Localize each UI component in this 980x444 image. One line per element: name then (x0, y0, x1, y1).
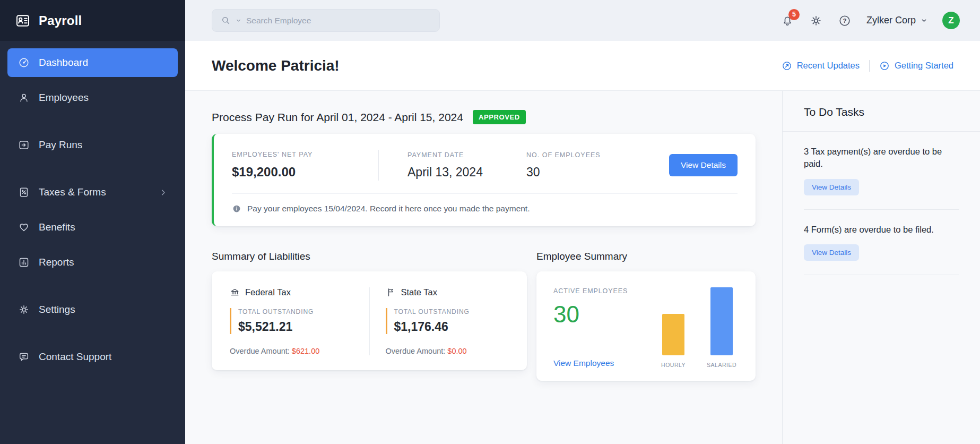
stat-value: 30 (526, 165, 601, 180)
stat-value: $19,200.00 (232, 165, 378, 180)
tax-name: Federal Tax (245, 287, 291, 297)
employee-summary-title: Employee Summary (536, 251, 756, 262)
app-title: Payroll (39, 13, 82, 28)
stat-value: April 13, 2024 (407, 165, 526, 180)
notifications-button[interactable]: 5 (780, 14, 794, 28)
liabilities-card: Federal Tax TOTAL OUTSTANDING $5,521.21 … (212, 271, 527, 370)
state-tax-header: State Tax (386, 287, 509, 297)
sidebar-item-label: Pay Runs (39, 139, 82, 151)
sidebar-item-settings[interactable]: Settings (7, 295, 178, 324)
sidebar-item-employees[interactable]: Employees (7, 83, 178, 112)
employee-summary-block: Employee Summary ACTIVE EMPLOYEES 30 Vie… (536, 251, 756, 381)
employee-search[interactable] (212, 9, 440, 32)
liabilities-block: Summary of Liabilities Federal Tax (212, 251, 527, 381)
overdue-amount: $0.00 (447, 347, 466, 355)
sidebar-item-label: Reports (39, 257, 74, 268)
stat-employee-count: NO. OF EMPLOYEES 30 (526, 151, 601, 180)
forms-view-details-button[interactable]: View Details (804, 244, 859, 261)
active-employees-label: ACTIVE EMPLOYEES (553, 287, 661, 295)
getting-started-link[interactable]: Getting Started (879, 61, 953, 71)
getting-started-label: Getting Started (895, 61, 953, 71)
active-employees-count: 30 (553, 301, 661, 328)
topbar-actions: 5 ? Zylker Corp (780, 12, 960, 29)
info-icon (232, 204, 241, 214)
header-links: Recent Updates Getting Started (782, 60, 953, 72)
search-input[interactable] (246, 16, 431, 25)
sidebar-item-label: Employees (39, 92, 89, 104)
federal-tax-header: Federal Tax (230, 287, 353, 297)
payroll-logo-icon (15, 13, 31, 29)
sidebar: Payroll Dashboard Employees (0, 0, 185, 444)
help-button[interactable]: ? (838, 14, 852, 28)
outstanding-label: TOTAL OUTSTANDING (238, 308, 353, 315)
payrun-note-text: Pay your employees 15/04/2024. Record it… (247, 204, 530, 214)
sidebar-item-benefits[interactable]: Benefits (7, 213, 178, 242)
federal-outstanding: TOTAL OUTSTANDING $5,521.21 (230, 308, 353, 334)
org-switcher[interactable]: Zylker Corp (866, 15, 927, 26)
sidebar-item-dashboard[interactable]: Dashboard (7, 48, 178, 77)
sidebar-item-label: Taxes & Forms (39, 186, 106, 198)
stat-label: NO. OF EMPLOYEES (526, 151, 601, 159)
search-scope-caret-icon[interactable] (236, 18, 241, 23)
settings-button[interactable] (809, 14, 823, 28)
search-icon (221, 15, 231, 25)
payrun-stats: EMPLOYEES' NET PAY $19,200.00 PAYMENT DA… (232, 150, 738, 181)
liabilities-divider (369, 287, 370, 355)
svg-text:?: ? (843, 18, 846, 24)
topbar: 5 ? Zylker Corp (185, 0, 980, 41)
content-area: Process Pay Run for April 01, 2024 - Apr… (185, 91, 980, 444)
tax-name: State Tax (401, 287, 438, 297)
benefits-icon (18, 221, 30, 233)
hourly-bar-group: HOURLY (661, 314, 686, 368)
page-title: Welcome Patricia! (212, 57, 340, 74)
main-column: 5 ? Zylker Corp (185, 0, 980, 444)
sidebar-item-contact-support[interactable]: Contact Support (7, 343, 178, 371)
sidebar-item-taxes-forms[interactable]: Taxes & Forms (7, 178, 178, 207)
employee-type-chart: HOURLY SALARIED (661, 287, 741, 368)
sidebar-item-reports[interactable]: Reports (7, 248, 178, 277)
todo-panel: To Do Tasks 3 Tax payment(s) are overdue… (782, 91, 980, 444)
recent-updates-label: Recent Updates (797, 61, 860, 71)
view-employees-link[interactable]: View Employees (553, 358, 661, 368)
overdue-amount: $621.00 (292, 347, 319, 355)
stat-net-pay: EMPLOYEES' NET PAY $19,200.00 (232, 151, 378, 180)
stat-label: EMPLOYEES' NET PAY (232, 151, 378, 158)
employees-icon (18, 92, 30, 104)
federal-tax-column: Federal Tax TOTAL OUTSTANDING $5,521.21 … (230, 287, 353, 355)
welcome-header: Welcome Patricia! Recent Updates Getting (185, 41, 980, 91)
settings-gear-icon (18, 304, 30, 315)
todo-task-tax-payments: 3 Tax payment(s) are overdue to be paid.… (783, 132, 980, 209)
chevron-down-icon (921, 17, 927, 24)
salaried-bar-group: SALARIED (707, 287, 736, 368)
stat-label: PAYMENT DATE (407, 151, 526, 159)
outstanding-amount: $5,521.21 (238, 320, 353, 334)
payrun-view-details-button[interactable]: View Details (669, 154, 738, 176)
summary-section: Summary of Liabilities Federal Tax (212, 251, 756, 381)
sidebar-item-label: Settings (39, 304, 75, 315)
status-badge: APPROVED (473, 110, 526, 124)
stat-payment-date: PAYMENT DATE April 13, 2024 (407, 151, 526, 180)
overdue-label: Overdue Amount: (230, 347, 290, 355)
play-circle-icon (879, 61, 890, 71)
user-avatar[interactable]: Z (942, 12, 960, 29)
contact-support-icon (18, 351, 30, 363)
liabilities-title: Summary of Liabilities (212, 251, 527, 262)
bank-icon (230, 287, 240, 297)
outstanding-amount: $1,176.46 (394, 320, 509, 334)
stats-divider (378, 150, 379, 181)
sidebar-item-pay-runs[interactable]: Pay Runs (7, 131, 178, 159)
hourly-bar-label: HOURLY (661, 362, 686, 368)
tax-payments-view-details-button[interactable]: View Details (804, 179, 859, 195)
recent-updates-link[interactable]: Recent Updates (782, 61, 860, 71)
sidebar-item-label: Dashboard (39, 57, 88, 69)
app-root: Payroll Dashboard Employees (0, 0, 980, 444)
sidebar-item-label: Contact Support (39, 351, 111, 363)
dashboard-content: Process Pay Run for April 01, 2024 - Apr… (185, 91, 782, 444)
dashboard-icon (18, 57, 30, 69)
salaried-bar-label: SALARIED (707, 362, 736, 368)
pay-runs-icon (18, 139, 30, 151)
sidebar-nav: Dashboard Employees Pay Runs (0, 41, 185, 385)
payrun-card: EMPLOYEES' NET PAY $19,200.00 PAYMENT DA… (212, 134, 756, 226)
taxes-forms-icon (18, 186, 30, 198)
federal-overdue: Overdue Amount:$621.00 (230, 347, 353, 355)
